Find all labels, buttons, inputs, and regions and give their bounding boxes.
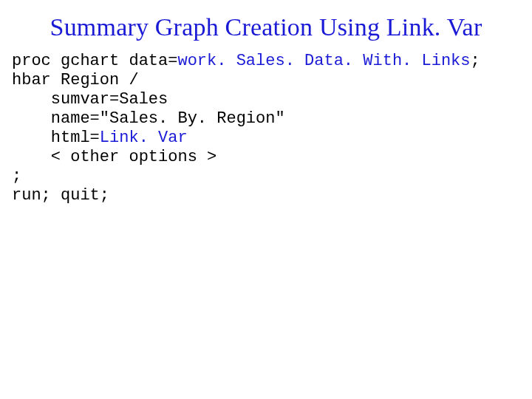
code-line-7: ; — [12, 167, 21, 185]
code-line-4: name="Sales. By. Region" — [12, 109, 285, 128]
code-linkvar: Link. Var — [100, 129, 188, 147]
code-line-5a: html= — [12, 129, 100, 147]
code-line-3: sumvar=Sales — [12, 90, 168, 109]
code-line-2: hbar Region / — [12, 71, 139, 89]
code-line-6: < other options > — [12, 148, 216, 166]
code-line-1c: ; — [471, 52, 480, 70]
code-line-1a: proc gchart data= — [12, 52, 177, 70]
code-dataset-name: work. Sales. Data. With. Links — [177, 52, 470, 70]
code-block: proc gchart data=work. Sales. Data. With… — [12, 52, 525, 205]
code-line-8: run; quit; — [12, 186, 109, 205]
slide: Summary Graph Creation Using Link. Var p… — [0, 0, 532, 399]
slide-title: Summary Graph Creation Using Link. Var — [7, 13, 525, 41]
